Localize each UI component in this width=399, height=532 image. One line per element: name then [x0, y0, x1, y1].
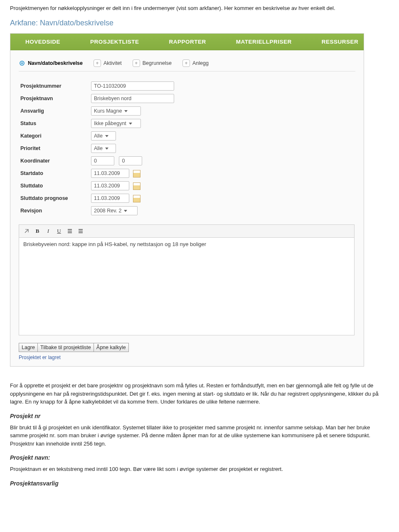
prioritet-label: Prioritet [19, 142, 89, 155]
nav-materiellpriser[interactable]: MATERIELLPRISER [221, 34, 307, 50]
tab-label: Aktivitet [103, 60, 122, 66]
tabs-row: Navn/dato/beskrivelse + Aktivitet + Begr… [19, 59, 355, 71]
prosjektnummer-input[interactable] [91, 81, 174, 91]
app-screenshot: HOVEDSIDE PROSJEKTLISTE RAPPORTER MATERI… [10, 33, 364, 367]
sluttdato-input[interactable] [91, 181, 129, 190]
list-icon [79, 229, 83, 233]
revisjon-value: 2008 Rev. 2 [94, 208, 124, 214]
heading-prosjektnavn: Prosjekt navn: [10, 454, 389, 461]
sluttprognose-label: Sluttdato prognose [19, 192, 89, 204]
nav-rapporter[interactable]: RAPPORTER [154, 34, 221, 50]
prosjektnummer-label: Prosjektnummer [19, 80, 89, 92]
ansvarlig-select[interactable]: Kurs Magne [91, 106, 141, 116]
plus-icon: + [94, 59, 101, 67]
sluttdato-label: Sluttdato [19, 180, 89, 192]
paragraph-prosjektnavn: Prosjektnavn er en tekststreng med innti… [10, 465, 389, 473]
kategori-label: Kategori [19, 130, 89, 142]
nav-hovedside[interactable]: HOVEDSIDE [10, 34, 75, 50]
tab-label: Navn/dato/beskrivelse [28, 60, 83, 66]
italic-button[interactable]: I [43, 227, 53, 236]
prioritet-select[interactable]: Alle [91, 144, 116, 153]
chevron-down-icon [124, 110, 128, 112]
tab-navn-dato-beskrivelse[interactable]: Navn/dato/beskrivelse [19, 60, 83, 66]
form-table: Prosjektnummer Prosjektnavn Ansvarlig Ku… [19, 80, 176, 217]
toolbar-expand-icon[interactable] [22, 227, 32, 236]
heading-prosjektansvarlig: Prosjektansvarlig [10, 480, 389, 487]
description-editor[interactable]: Briskebyveien nord: kappe inn på HS-kabe… [19, 237, 355, 335]
koord-y-input[interactable] [119, 156, 142, 165]
prosjektnavn-input[interactable] [91, 94, 174, 103]
ordered-list-button[interactable] [65, 227, 75, 236]
list-icon [68, 229, 72, 233]
ansvarlig-value: Kurs Magne [94, 108, 124, 114]
calendar-icon[interactable] [133, 170, 140, 177]
tilbake-button[interactable]: Tilbake til prosjektliste [37, 343, 94, 352]
chevron-down-icon [105, 148, 108, 150]
kategori-select[interactable]: Alle [91, 131, 116, 140]
plus-icon: + [182, 59, 190, 67]
status-label: Status [19, 117, 89, 130]
tab-aktivitet[interactable]: + Aktivitet [94, 59, 122, 67]
tab-anlegg[interactable]: + Anlegg [182, 59, 209, 67]
status-value: Ikke påbegynt [94, 121, 129, 126]
koordinater-label: Koordinater [19, 155, 89, 167]
nav-ressurser[interactable]: RESSURSER [307, 34, 374, 50]
calendar-icon[interactable] [133, 182, 140, 190]
nav-prosjektliste[interactable]: PROSJEKTLISTE [75, 34, 154, 50]
paragraph-prosjektnr: Blir brukt til å gi prosjektet en unik i… [10, 424, 389, 448]
revisjon-label: Revisjon [19, 204, 89, 217]
startdato-input[interactable] [91, 169, 129, 178]
lagre-button[interactable]: Lagre [19, 343, 38, 352]
plus-icon: + [133, 59, 140, 67]
tab-label: Anlegg [192, 60, 209, 66]
status-message: Prosjektet er lagret [19, 354, 355, 362]
heading-prosjektnr: Prosjekt nr [10, 413, 389, 419]
startdato-label: Startdato [19, 167, 89, 180]
button-row: Lagre Tilbake til prosjektliste Åpne kal… [19, 343, 355, 352]
explain-paragraph: For å opprette et prosjekt er det bare p… [10, 382, 389, 406]
underline-button[interactable]: U [54, 227, 64, 236]
status-select[interactable]: Ikke påbegynt [91, 119, 141, 128]
richtext-toolbar: B I U [19, 224, 355, 237]
svg-point-0 [20, 61, 25, 66]
calendar-icon[interactable] [133, 195, 140, 202]
chevron-down-icon [105, 135, 108, 137]
tab-begrunnelse[interactable]: + Begrunnelse [133, 59, 172, 67]
tab-label: Begrunnelse [143, 60, 172, 66]
prosjektnavn-label: Prosjektnavn [19, 92, 89, 105]
apne-kalkyle-button[interactable]: Åpne kalkyle [94, 343, 129, 352]
content-area: Navn/dato/beskrivelse + Aktivitet + Begr… [10, 50, 364, 366]
ansvarlig-label: Ansvarlig [19, 105, 89, 117]
chevron-down-icon [129, 123, 132, 125]
main-nav: HOVEDSIDE PROSJEKTLISTE RAPPORTER MATERI… [10, 34, 364, 50]
unordered-list-button[interactable] [76, 227, 86, 236]
refresh-icon [19, 60, 25, 66]
sluttprognose-input[interactable] [91, 194, 129, 203]
chevron-down-icon [124, 210, 127, 212]
bold-button[interactable]: B [32, 227, 42, 236]
koord-x-input[interactable] [91, 156, 114, 165]
revisjon-select[interactable]: 2008 Rev. 2 [91, 206, 138, 215]
intro-paragraph: Prosjektmenyen for nøkkelopplysninger er… [10, 5, 389, 11]
prioritet-value: Alle [94, 145, 105, 151]
kategori-value: Alle [94, 133, 105, 139]
section-heading: Arkfane: Navn/dato/beskrivelse [10, 19, 389, 27]
